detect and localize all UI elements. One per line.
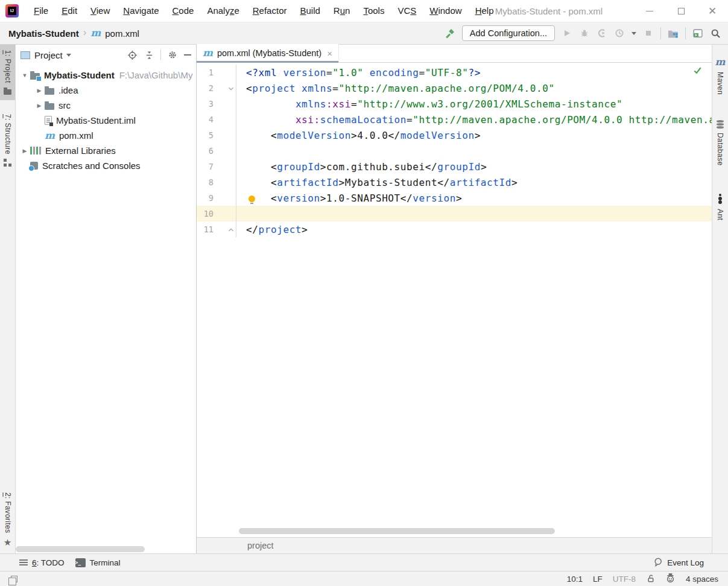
toolwindow-tab-2-favorites[interactable]: 2: Favorites	[0, 487, 15, 554]
settings-gear-icon[interactable]	[167, 49, 178, 60]
menu-file[interactable]: File	[27, 0, 55, 22]
code-line-7[interactable]: 7 <groupId>com.github.subei</groupId>	[197, 159, 712, 174]
code-editor[interactable]: 1<?xml version="1.0" encoding="UTF-8"?>2…	[197, 63, 712, 537]
minimize-icon	[646, 11, 653, 12]
toolwindow-tab-label: Database	[716, 133, 724, 166]
menu-analyze[interactable]: Analyze	[200, 0, 245, 22]
chevron-right-icon[interactable]: ▶	[34, 88, 45, 94]
fold-gutter	[214, 206, 236, 221]
menu-run[interactable]: Run	[327, 0, 357, 22]
toolbar-separator	[685, 27, 686, 39]
line-number: 9	[197, 193, 214, 203]
profiler-dropdown-icon[interactable]	[631, 32, 636, 35]
caret-position[interactable]: 10:1	[567, 575, 583, 584]
tree-item-idea[interactable]: ▶.idea	[16, 83, 196, 98]
tree-item-mybatis-student[interactable]: ▼Mybatis-StudentF:\Java\Github\My	[16, 68, 196, 83]
tree-item-pom-xml[interactable]: pom.xml	[16, 128, 196, 143]
line-separator[interactable]: LF	[593, 575, 603, 584]
code-line-1[interactable]: 1<?xml version="1.0" encoding="UTF-8"?>	[197, 65, 712, 80]
build-hammer-icon[interactable]	[445, 28, 455, 39]
debug-icon	[579, 28, 590, 39]
toolwindow-tab-ant[interactable]: Ant	[712, 187, 728, 226]
fold-gutter	[214, 96, 236, 112]
menu-view[interactable]: View	[84, 0, 116, 22]
tree-item-src[interactable]: ▶src	[16, 98, 196, 113]
breadcrumb-project[interactable]: Mybatis-Student	[8, 28, 79, 39]
status-bar-widgets: 10:1 LF UTF-8 4 spaces	[567, 573, 718, 585]
toolwindow-tab-maven[interactable]: Maven	[712, 51, 728, 100]
inspection-profile-icon[interactable]	[665, 573, 676, 585]
run-anything-icon[interactable]	[692, 28, 703, 39]
menu-vcs[interactable]: VCS	[391, 0, 423, 22]
editor-hscrollbar[interactable]	[239, 528, 555, 534]
menu-tools[interactable]: Tools	[356, 0, 391, 22]
hide-panel-icon[interactable]	[184, 54, 191, 56]
chevron-right-icon[interactable]: ▶	[19, 148, 30, 154]
line-number: 2	[197, 83, 214, 93]
menu-code[interactable]: Code	[166, 0, 201, 22]
code-line-4[interactable]: 4 xsi:schemaLocation="http://maven.apach…	[197, 112, 712, 127]
breadcrumb-file[interactable]: pom.xml	[105, 28, 139, 39]
fold-up-icon[interactable]	[214, 221, 236, 237]
menu-edit[interactable]: Edit	[55, 0, 84, 22]
profiler-icon	[614, 28, 625, 39]
code-line-2[interactable]: 2<project xmlns="http://maven.apache.org…	[197, 80, 712, 96]
toolwindow-tab-7-structure[interactable]: 7: Structure	[0, 109, 15, 175]
project-panel-hscrollbar[interactable]	[16, 546, 145, 552]
toolwindow-tab-database[interactable]: Database	[712, 115, 728, 171]
fold-down-icon[interactable]	[214, 80, 236, 96]
tool-window-bar: 6: TODO >_ Terminal Event Log	[0, 553, 728, 571]
maximize-button[interactable]	[665, 0, 697, 22]
code-line-11[interactable]: 11</project>	[197, 221, 712, 237]
menu-refactor[interactable]: Refactor	[246, 0, 294, 22]
search-everywhere-icon[interactable]	[710, 28, 721, 39]
code-line-5[interactable]: 5 <modelVersion>4.0.0</modelVersion>	[197, 127, 712, 143]
project-panel-title[interactable]: Project	[34, 50, 63, 60]
intellij-logo-icon	[5, 4, 19, 18]
tree-item-external-libraries[interactable]: ▶External Libraries	[16, 143, 196, 158]
tree-item-path: F:\Java\Github\My	[119, 70, 193, 80]
code-line-8[interactable]: 8 <artifactId>Mybatis-Student</artifactI…	[197, 174, 712, 190]
terminal-tab[interactable]: >_ Terminal	[75, 558, 121, 567]
menu-navigate[interactable]: Navigate	[116, 0, 165, 22]
left-stripe-bottom: 2: Favorites	[0, 487, 15, 554]
chevron-down-icon[interactable]: ▼	[19, 72, 30, 78]
line-number: 5	[197, 130, 214, 140]
menu-build[interactable]: Build	[293, 0, 326, 22]
close-tab-icon[interactable]: ×	[327, 48, 332, 59]
close-button[interactable]: ✕	[697, 0, 728, 22]
editor-tab-pom[interactable]: pom.xml (Mybatis-Student) ×	[197, 44, 339, 62]
minimize-button[interactable]	[634, 0, 665, 22]
lock-icon[interactable]	[646, 573, 655, 585]
intention-bulb-icon[interactable]	[248, 196, 255, 202]
code-line-3[interactable]: 3 xmlns:xsi="http://www.w3.org/2001/XMLS…	[197, 96, 712, 112]
add-configuration-button[interactable]: Add Configuration...	[462, 25, 555, 41]
toolwindow-tab-label: 2: Favorites	[4, 492, 12, 533]
breadcrumb-tag-project[interactable]: project	[247, 541, 274, 550]
code-line-10[interactable]: 10	[197, 206, 712, 221]
indent-setting[interactable]: 4 spaces	[686, 575, 718, 584]
database-tool-icon	[717, 120, 724, 123]
event-log-button[interactable]: Event Log	[653, 557, 704, 568]
project-panel-actions	[127, 49, 191, 60]
todo-tab[interactable]: 6: TODO	[19, 558, 65, 567]
project-structure-icon[interactable]	[668, 28, 679, 39]
chevron-down-icon[interactable]	[66, 54, 71, 57]
toolbar-actions: Add Configuration...	[445, 25, 721, 41]
tree-item-scratches-and-consoles[interactable]: Scratches and Consoles	[16, 158, 196, 173]
right-stripe-top: MavenDatabaseAnt	[712, 45, 728, 226]
stop-icon	[643, 28, 654, 39]
line-number: 3	[197, 99, 214, 109]
toolwindow-tab-1-project[interactable]: 1: Project	[0, 45, 15, 100]
toolwindow-toggle-icon[interactable]	[11, 576, 17, 582]
code-text: <project xmlns="http://maven.apache.org/…	[236, 83, 712, 94]
chevron-right-icon[interactable]: ▶	[34, 103, 45, 109]
maximize-icon	[678, 8, 685, 14]
code-line-6[interactable]: 6	[197, 143, 712, 159]
collapse-all-icon[interactable]	[144, 49, 154, 60]
file-encoding[interactable]: UTF-8	[613, 575, 636, 584]
tree-item-mybatis-student-iml[interactable]: Mybatis-Student.iml	[16, 113, 196, 128]
editor-column: pom.xml (Mybatis-Student) × 1<?xml versi…	[197, 45, 712, 553]
code-line-9[interactable]: 9 <version>1.0-SNAPSHOT</version>	[197, 190, 712, 206]
locate-file-icon[interactable]	[127, 49, 138, 60]
